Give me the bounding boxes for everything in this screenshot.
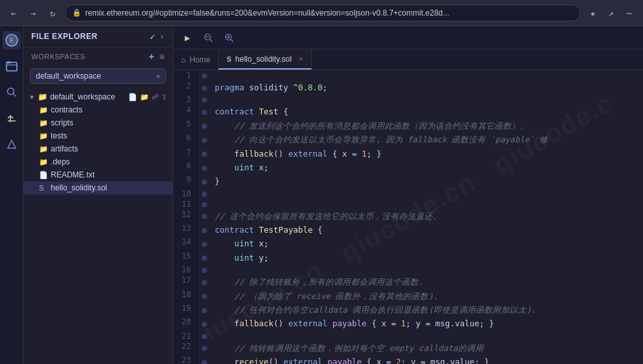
git-icon[interactable]: ☍ (152, 93, 159, 101)
breakpoint-dot[interactable] (199, 289, 210, 303)
tab-label: hello_solidity.sol (236, 55, 292, 64)
share-button[interactable]: ↗ (604, 6, 618, 20)
code-text: // 任何对合约非空calldata 调用会执行回退函数(即使是调用函数附加以太… (210, 303, 643, 317)
code-text: // 除了纯转账外，所有的调用都会调用这个函数. (210, 275, 643, 289)
breakpoint-dot[interactable] (199, 265, 210, 275)
file-label: hello_solidity.sol (51, 183, 107, 192)
icon-sidebar: R (0, 26, 23, 364)
deploy-icon[interactable] (3, 135, 21, 153)
workspace-selector[interactable]: default_workspace ▼ (30, 68, 166, 84)
browser-actions: ★ ↗ ⋯ (586, 6, 636, 20)
breakpoint-dot[interactable] (199, 174, 210, 188)
address-bar[interactable]: 🔒 remix.ethereum.org/#optimize=false&run… (65, 5, 581, 21)
run-button[interactable]: ▶ (178, 29, 197, 47)
line-number: 21 (173, 331, 199, 341)
more-button[interactable]: ⋯ (622, 6, 636, 20)
code-editor[interactable]: qiucode.cn qiucode.cn qiucode.cn 1 2 pra… (173, 70, 643, 364)
svg-marker-7 (8, 140, 16, 148)
breakpoint-dot[interactable] (199, 223, 210, 237)
new-folder-icon[interactable]: 📁 (140, 93, 149, 101)
folder-label: artifacts (51, 144, 78, 153)
code-text: pragma solidity ^0.8.0; (210, 81, 643, 94)
code-line-7: 7 fallback() external { x = 1; } (173, 147, 643, 161)
code-line-20: 20 fallback() external payable { x = 1; … (173, 317, 643, 330)
close-tab-button[interactable]: ✕ (298, 55, 303, 62)
line-number: 9 (173, 174, 199, 188)
folder-deps[interactable]: 📁 .deps (23, 155, 172, 168)
zoom-out-button[interactable] (199, 29, 217, 47)
arrow-action[interactable]: › (159, 31, 165, 42)
line-number: 18 (173, 289, 199, 303)
breakpoint-dot[interactable] (199, 161, 210, 174)
breakpoint-dot[interactable] (199, 251, 210, 265)
zoom-in-button[interactable] (220, 29, 238, 47)
line-number: 6 (173, 133, 199, 146)
check-action[interactable]: ✓ (150, 31, 155, 42)
workspaces-label: WORKSPACES (31, 53, 85, 60)
breakpoint-dot[interactable] (199, 81, 210, 94)
breakpoint-dot[interactable] (199, 105, 210, 118)
line-number: 4 (173, 105, 199, 118)
breakpoint-dot[interactable] (199, 275, 210, 289)
bookmark-button[interactable]: ★ (586, 6, 600, 20)
back-button[interactable]: ← (7, 6, 21, 20)
root-label: default_workspace (50, 92, 115, 101)
compiler-icon[interactable] (3, 109, 21, 127)
upload-icon[interactable]: ⇧ (161, 93, 167, 101)
breakpoint-dot[interactable] (199, 119, 210, 133)
url-text: remix.ethereum.org/#optimize=false&runs=… (85, 8, 573, 18)
lock-icon: 🔒 (72, 8, 81, 17)
breakpoint-dot[interactable] (199, 133, 210, 146)
new-file-icon[interactable]: 📄 (128, 93, 137, 101)
tab-home[interactable]: ⌂ Home (173, 49, 219, 70)
folder-scripts[interactable]: 📁 scripts (23, 116, 172, 129)
breakpoint-dot[interactable] (199, 331, 210, 341)
breakpoint-dot[interactable] (199, 341, 210, 355)
forward-button[interactable]: → (26, 6, 40, 20)
folder-artifacts[interactable]: 📁 artifacts (23, 142, 172, 155)
line-number: 14 (173, 237, 199, 250)
workspace-menu-button[interactable]: ≡ (159, 51, 165, 62)
breakpoint-dot[interactable] (199, 147, 210, 161)
code-line-22: 22 // 纯转账调用这个函数，例如对每个空 empty calldata的调用 (173, 341, 643, 355)
breakpoint-dot[interactable] (199, 237, 210, 250)
code-text: // （因为除了 receive 函数外，没有其他的函数). (210, 289, 643, 303)
code-text: // 向这个合约发送以太币会导致异常, 因为 fallback 函数没有 `pa… (210, 133, 643, 146)
tab-hello-solidity[interactable]: S hello_solidity.sol ✕ (219, 49, 312, 70)
code-line-6: 6 // 向这个合约发送以太币会导致异常, 因为 fallback 函数没有 `… (173, 133, 643, 146)
file-explorer-icon[interactable] (3, 57, 21, 75)
line-number: 7 (173, 147, 199, 161)
line-number: 8 (173, 161, 199, 174)
folder-contracts[interactable]: 📁 contracts (23, 103, 172, 116)
code-line-12: 12 // 这个合约会保留所有发送给它的以太币，没有办法返还。 (173, 209, 643, 223)
breakpoint-dot[interactable] (199, 199, 210, 209)
svg-text:R: R (9, 37, 14, 44)
root-folder-icon: 📁 (38, 92, 48, 101)
line-number: 5 (173, 119, 199, 133)
code-text: } (210, 174, 643, 188)
breakpoint-dot[interactable] (199, 188, 210, 199)
breakpoint-dot[interactable] (199, 355, 210, 364)
breakpoint-dot[interactable] (199, 303, 210, 317)
code-text: fallback() external payable { x = 1; y =… (210, 317, 643, 330)
file-readme[interactable]: 📄 README.txt (23, 168, 172, 181)
code-line-3: 3 (173, 94, 643, 105)
breakpoint-dot[interactable] (199, 317, 210, 330)
breakpoint-dot[interactable] (199, 209, 210, 223)
refresh-button[interactable]: ↻ (46, 6, 60, 20)
code-line-2: 2 pragma solidity ^0.8.0; (173, 81, 643, 94)
code-text (210, 70, 643, 81)
file-hello-solidity[interactable]: S hello_solidity.sol (23, 181, 172, 194)
breakpoint-dot[interactable] (199, 70, 210, 81)
folder-tests[interactable]: 📁 tests (23, 129, 172, 142)
add-workspace-button[interactable]: + (149, 51, 154, 62)
sol-file-icon: S (39, 184, 48, 192)
search-icon[interactable] (3, 83, 21, 101)
line-number: 19 (173, 303, 199, 317)
remix-logo-icon[interactable]: R (3, 31, 21, 49)
breakpoint-dot[interactable] (199, 94, 210, 105)
code-line-5: 5 // 发送到这个合约的所有消息都会调用此函数（因为该合约没有其它函数）。 (173, 119, 643, 133)
tree-root[interactable]: ▼ 📁 default_workspace 📄 📁 ☍ ⇧ (23, 90, 172, 103)
root-actions: 📄 📁 ☍ ⇧ (128, 93, 167, 101)
folder-icon: 📁 (39, 158, 48, 166)
